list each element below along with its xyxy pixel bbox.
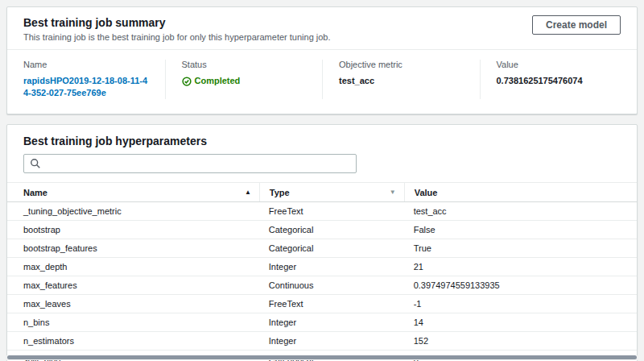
cell-name: max_features	[7, 280, 259, 290]
cell-value: True	[404, 243, 637, 253]
column-header-label: Name	[23, 188, 47, 197]
summary-panel-subtitle: This training job is the best training j…	[23, 31, 331, 43]
field-label: Value	[497, 60, 625, 69]
summary-panel-header-text: Best training job summary This training …	[23, 15, 331, 43]
page: Best training job summary This training …	[0, 0, 644, 361]
cell-value: False	[404, 225, 637, 234]
horizontal-scrollbar-thumb[interactable]	[7, 355, 637, 359]
field-label: Status	[182, 60, 310, 69]
cell-value: 0.3974974559133935	[404, 280, 637, 290]
column-header-value[interactable]: Value	[404, 183, 637, 201]
field-label: Name	[23, 60, 152, 69]
table-row: max_depth Integer 21	[7, 258, 637, 276]
cell-name: bootstrap	[7, 225, 259, 234]
summary-field-status: Status Completed	[165, 60, 323, 99]
table-row: bootstrap Categorical False	[7, 221, 637, 239]
table-header-row: Name ▲ Type ▼ Value	[7, 182, 637, 202]
summary-field-value: Value 0.7381625175476074	[480, 60, 638, 99]
cell-type: Integer	[259, 317, 404, 327]
cell-type: Continuous	[259, 280, 404, 290]
column-header-label: Type	[270, 188, 290, 197]
sort-descending-icon[interactable]: ▼	[390, 189, 396, 196]
table-row: max_features Continuous 0.39749745591339…	[7, 276, 637, 295]
summary-fields: Name rapidsHPO2019-12-18-08-11-44-352-02…	[7, 50, 637, 114]
summary-field-objective-metric: Objective metric test_acc	[322, 60, 480, 99]
cell-name: n_bins	[7, 317, 259, 327]
field-label: Objective metric	[339, 60, 467, 69]
sort-ascending-icon[interactable]: ▲	[245, 189, 251, 196]
hyperparameter-search	[23, 154, 357, 173]
hyperparameter-search-input[interactable]	[23, 154, 357, 173]
hyperparameters-table: Name ▲ Type ▼ Value _tuning_objective_me…	[7, 182, 637, 361]
summary-panel-title: Best training job summary	[23, 15, 331, 30]
status-text: Completed	[195, 75, 241, 87]
horizontal-scrollbar-track[interactable]	[6, 355, 638, 360]
cell-value: 152	[404, 336, 637, 346]
column-header-name[interactable]: Name ▲	[7, 183, 259, 201]
column-header-type[interactable]: Type ▼	[259, 183, 404, 201]
table-row: max_leaves FreeText -1	[7, 295, 637, 313]
check-circle-icon	[182, 77, 192, 86]
best-training-job-summary-panel: Best training job summary This training …	[6, 6, 638, 114]
cell-type: Categorical	[259, 243, 404, 253]
cell-name: n_estimators	[7, 336, 259, 346]
table-row: n_bins Integer 14	[7, 313, 637, 332]
objective-value: 0.7381625175476074	[497, 75, 625, 87]
summary-panel-header: Best training job summary This training …	[7, 7, 637, 50]
cell-type: Integer	[259, 336, 404, 346]
hyperparameters-panel: Best training job hyperparameters Name ▲…	[6, 124, 638, 361]
cell-name: max_depth	[7, 262, 259, 272]
cell-type: Integer	[259, 262, 404, 272]
cell-value: test_acc	[404, 206, 637, 216]
table-row: bootstrap_features Categorical True	[7, 239, 637, 258]
cell-name: max_leaves	[7, 299, 259, 309]
cell-type: FreeText	[259, 299, 404, 309]
table-body: _tuning_objective_metric FreeText test_a…	[7, 202, 637, 361]
column-header-label: Value	[415, 188, 438, 197]
training-job-name-link[interactable]: rapidsHPO2019-12-18-08-11-44-352-027-75e…	[23, 75, 152, 99]
objective-metric-value: test_acc	[339, 75, 467, 87]
cell-value: 21	[404, 262, 637, 272]
table-row: _tuning_objective_metric FreeText test_a…	[7, 202, 637, 221]
cell-type: Categorical	[259, 225, 404, 234]
cell-type: FreeText	[259, 206, 404, 216]
summary-field-name: Name rapidsHPO2019-12-18-08-11-44-352-02…	[7, 60, 165, 99]
cell-name: _tuning_objective_metric	[7, 206, 259, 216]
hyperparameters-panel-title: Best training job hyperparameters	[7, 125, 637, 154]
table-row: n_estimators Integer 152	[7, 332, 637, 351]
status-badge: Completed	[182, 75, 310, 87]
cell-name: bootstrap_features	[7, 243, 259, 253]
create-model-button[interactable]: Create model	[532, 15, 621, 35]
cell-value: 14	[404, 317, 637, 327]
cell-value: -1	[404, 299, 637, 309]
